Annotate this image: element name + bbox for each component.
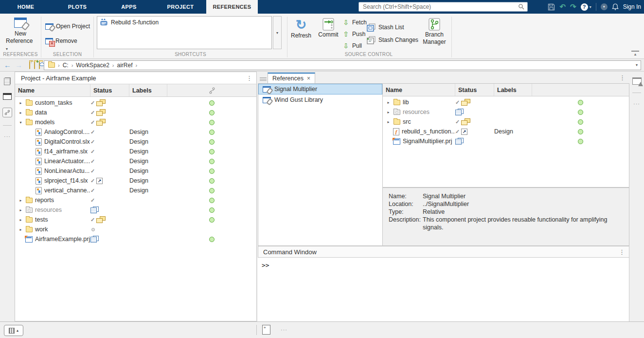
fetch-button[interactable]: ⇩ Fetch	[342, 18, 367, 27]
expander-icon[interactable]: ▸	[18, 227, 23, 232]
expander-icon[interactable]: ▾	[18, 120, 23, 125]
search-input[interactable]	[359, 3, 518, 10]
tab-apps[interactable]: APPS	[103, 0, 155, 14]
tab-references[interactable]: REFERENCES	[206, 0, 258, 14]
open-project-button[interactable]: Open Project	[45, 21, 90, 31]
panel-menu-icon[interactable]: ⋮	[619, 74, 626, 81]
panel-menu-icon[interactable]: ⋮	[246, 75, 252, 82]
table-row[interactable]: ▸src ✓	[383, 117, 629, 127]
untracked-status-icon	[91, 228, 95, 231]
browse-folder-button[interactable]: +	[34, 62, 35, 69]
expander-icon[interactable]: ▸	[18, 208, 23, 212]
breadcrumb[interactable]: › C: › WorkSpace2 › airRef › ▾	[44, 60, 641, 70]
user-menu-icon[interactable]: ▾	[601, 3, 608, 10]
checked-status-icon: ✓	[90, 139, 95, 145]
expander-icon[interactable]: ▸	[18, 198, 23, 203]
expander-icon[interactable]: ▸	[18, 111, 23, 115]
panel-menu-icon[interactable]: ⋮	[619, 248, 625, 256]
git-panel-button[interactable]	[2, 108, 12, 117]
table-row[interactable]: LinearActuator.... ✓ Design	[15, 156, 256, 166]
more-panels-button[interactable]: ···	[633, 101, 640, 107]
table-row[interactable]: SignalMultiplier.prj	[383, 136, 629, 146]
expander-icon[interactable]: ▸	[386, 110, 391, 114]
refresh-button[interactable]: ↻ Refresh	[288, 18, 314, 39]
breadcrumb-dropdown[interactable]: ▾	[636, 63, 638, 67]
breadcrumb-workspace2[interactable]: WorkSpace2	[76, 62, 109, 69]
expander-icon[interactable]: ▸	[18, 218, 23, 222]
pull-button[interactable]: ⇩ Pull	[342, 41, 362, 51]
save-icon[interactable]	[548, 3, 555, 11]
drag-grip-icon[interactable]	[260, 77, 267, 81]
tab-project[interactable]: PROJECT	[155, 0, 206, 14]
resources-folder-icon	[26, 207, 33, 213]
panel-layout-button[interactable]: ▴	[4, 325, 23, 336]
chevron-down-icon: ▾	[276, 31, 278, 35]
commit-button[interactable]: Commit	[316, 18, 341, 38]
breadcrumb-airref[interactable]: airRef	[117, 62, 133, 69]
table-row[interactable]: slproject_f14.slx ✓↗ Design	[15, 176, 256, 186]
expander-icon[interactable]: ▸	[386, 100, 391, 105]
tab-plots[interactable]: PLOTS	[52, 0, 103, 14]
table-row[interactable]: ▾models ✓	[15, 117, 256, 127]
command-window[interactable]: >>	[258, 258, 629, 321]
shortcuts-dropdown-button[interactable]: ▾	[273, 16, 282, 49]
tab-references-document[interactable]: References ×	[268, 73, 315, 83]
stash-list-button[interactable]: Stash List	[367, 22, 404, 32]
column-header-git[interactable]	[532, 84, 629, 96]
expander-icon[interactable]: ▸	[386, 120, 391, 124]
table-row[interactable]: ▸tests ✓	[15, 215, 256, 225]
forward-button[interactable]: →	[15, 61, 22, 69]
table-row[interactable]: AirframeExample.prj	[15, 234, 256, 244]
new-reference-button[interactable]: New Reference ▾	[6, 18, 35, 53]
more-panels-button[interactable]: ···	[4, 133, 11, 139]
project-checks-panel-icon[interactable]	[632, 77, 642, 85]
table-row[interactable]: vertical_channe... ✓ Design	[15, 186, 256, 195]
files-panel-icon[interactable]	[4, 77, 11, 85]
table-row[interactable]: DigitalControl.slx ✓ Design	[15, 137, 256, 147]
table-row[interactable]: f14_airframe.slx ✓ Design	[15, 147, 256, 156]
shortcut-rebuild-s-function[interactable]: Rebuild S-function	[100, 19, 268, 26]
column-header-labels[interactable]: Labels	[129, 84, 167, 96]
table-row[interactable]: ▸work	[15, 225, 256, 234]
table-row[interactable]: ▸data ✓	[15, 108, 256, 117]
column-header-status[interactable]: Status	[90, 84, 129, 96]
sign-in-link[interactable]: Sign In	[623, 3, 641, 10]
stash-changes-button[interactable]: Stash Changes	[367, 35, 418, 45]
table-row[interactable]: NonLinearActu... ✓ Design	[15, 166, 256, 176]
git-clean-icon	[209, 100, 215, 106]
table-row[interactable]: ▸lib ✓	[383, 97, 629, 107]
help-button[interactable]: ? ▾	[581, 3, 591, 11]
back-button[interactable]: ←	[4, 61, 11, 69]
expander-icon[interactable]: ▸	[18, 101, 23, 105]
redo-icon[interactable]: ↷	[570, 2, 576, 11]
more-tools-button[interactable]: ···	[281, 327, 287, 333]
list-item-wind-gust-library[interactable]: Wind Gust Library	[258, 94, 382, 105]
up-one-level-button[interactable]: ↑	[29, 62, 30, 69]
project-panel-icon[interactable]	[3, 93, 12, 100]
table-row[interactable]: frebuild_s_function... ✓↗ Design	[383, 127, 629, 136]
table-row[interactable]: ▸reports ✓	[15, 195, 256, 205]
table-row[interactable]: ▸custom_tasks ✓	[15, 98, 256, 108]
remove-button[interactable]: Remove	[45, 36, 77, 46]
list-item-signal-multiplier[interactable]: Signal Multiplier	[258, 84, 382, 94]
branch-manager-button[interactable]: Branch Manager	[420, 18, 449, 46]
bell-icon[interactable]	[612, 3, 619, 11]
tab-home[interactable]: HOME	[0, 0, 52, 14]
column-header-name[interactable]: Name	[15, 84, 90, 96]
table-row[interactable]: ▸resources	[383, 107, 629, 117]
column-header-git[interactable]	[167, 84, 256, 96]
cloud-folder-button[interactable]	[39, 62, 40, 69]
column-header-name[interactable]: Name	[383, 84, 455, 96]
push-button[interactable]: ⇧ Push	[342, 29, 365, 39]
undo-icon[interactable]: ↶	[559, 2, 566, 11]
left-panel-strip: ···	[0, 72, 15, 321]
git-clean-icon	[209, 169, 215, 174]
column-header-labels[interactable]: Labels	[494, 84, 532, 96]
breadcrumb-drive[interactable]: C:	[63, 62, 69, 69]
collapse-ribbon-button[interactable]: ▴	[631, 51, 639, 56]
close-icon[interactable]: ×	[307, 75, 310, 82]
table-row[interactable]: ▸resources	[15, 205, 256, 215]
command-window-popout-icon[interactable]: »	[262, 325, 270, 335]
column-header-status[interactable]: Status	[455, 84, 494, 96]
table-row[interactable]: AnalogControl.... ✓ Design	[15, 127, 256, 137]
